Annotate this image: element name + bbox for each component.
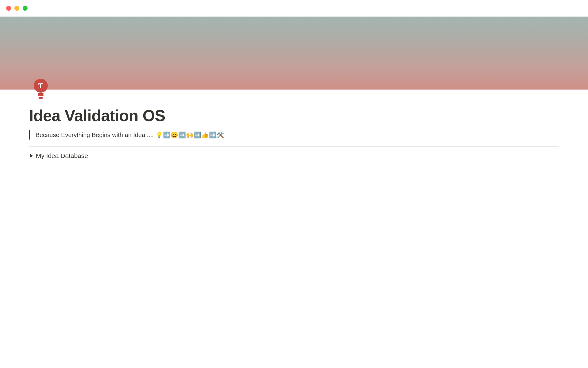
lightbulb-base — [39, 97, 43, 99]
page-title[interactable]: Idea Validation OS — [29, 106, 559, 125]
toggle-my-idea-database[interactable]: My Idea Database — [29, 152, 559, 159]
close-window-button[interactable] — [6, 6, 11, 11]
toggle-triangle-icon — [30, 154, 33, 158]
divider — [29, 146, 559, 147]
minimize-window-button[interactable] — [14, 6, 19, 11]
titlebar — [0, 0, 588, 17]
page-icon[interactable]: T — [33, 79, 48, 99]
app-window: T Idea Validation OS Because Everything … — [0, 0, 588, 368]
toggle-label: My Idea Database — [36, 152, 88, 159]
page-content: T Idea Validation OS Because Everything … — [0, 90, 588, 368]
quote-block[interactable]: Because Everything Begins with an Idea..… — [29, 130, 559, 140]
lightbulb-icon: T — [34, 79, 48, 93]
lightbulb-neck — [38, 93, 43, 96]
quote-text: Because Everything Begins with an Idea..… — [36, 132, 224, 138]
maximize-window-button[interactable] — [23, 6, 28, 11]
icon-letter: T — [38, 82, 43, 90]
page-cover[interactable] — [0, 17, 588, 90]
